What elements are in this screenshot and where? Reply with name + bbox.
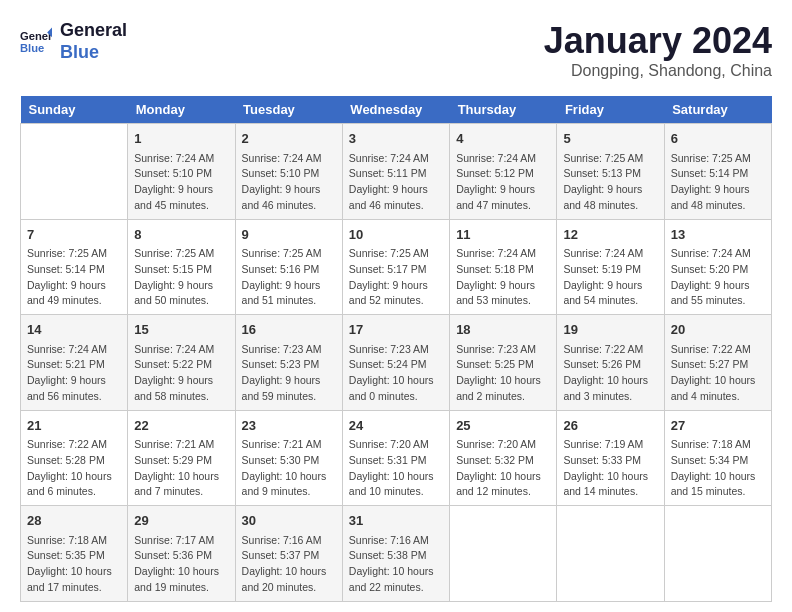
calendar-title: January 2024 — [544, 20, 772, 62]
calendar-cell: 15Sunrise: 7:24 AMSunset: 5:22 PMDayligh… — [128, 315, 235, 411]
day-info: Sunrise: 7:21 AMSunset: 5:29 PMDaylight:… — [134, 437, 228, 500]
day-number: 11 — [456, 225, 550, 245]
col-header-monday: Monday — [128, 96, 235, 124]
day-number: 6 — [671, 129, 765, 149]
calendar-cell: 24Sunrise: 7:20 AMSunset: 5:31 PMDayligh… — [342, 410, 449, 506]
day-info: Sunrise: 7:21 AMSunset: 5:30 PMDaylight:… — [242, 437, 336, 500]
day-info: Sunrise: 7:18 AMSunset: 5:35 PMDaylight:… — [27, 533, 121, 596]
col-header-sunday: Sunday — [21, 96, 128, 124]
calendar-cell — [21, 124, 128, 220]
day-number: 23 — [242, 416, 336, 436]
day-info: Sunrise: 7:24 AMSunset: 5:21 PMDaylight:… — [27, 342, 121, 405]
day-info: Sunrise: 7:22 AMSunset: 5:26 PMDaylight:… — [563, 342, 657, 405]
calendar-table: SundayMondayTuesdayWednesdayThursdayFrid… — [20, 96, 772, 602]
day-number: 8 — [134, 225, 228, 245]
calendar-cell: 26Sunrise: 7:19 AMSunset: 5:33 PMDayligh… — [557, 410, 664, 506]
day-number: 10 — [349, 225, 443, 245]
calendar-cell: 10Sunrise: 7:25 AMSunset: 5:17 PMDayligh… — [342, 219, 449, 315]
calendar-cell: 12Sunrise: 7:24 AMSunset: 5:19 PMDayligh… — [557, 219, 664, 315]
day-number: 14 — [27, 320, 121, 340]
calendar-cell: 1Sunrise: 7:24 AMSunset: 5:10 PMDaylight… — [128, 124, 235, 220]
day-info: Sunrise: 7:25 AMSunset: 5:13 PMDaylight:… — [563, 151, 657, 214]
calendar-cell: 19Sunrise: 7:22 AMSunset: 5:26 PMDayligh… — [557, 315, 664, 411]
logo: General Blue General Blue — [20, 20, 127, 63]
day-number: 29 — [134, 511, 228, 531]
col-header-friday: Friday — [557, 96, 664, 124]
day-number: 13 — [671, 225, 765, 245]
calendar-cell: 9Sunrise: 7:25 AMSunset: 5:16 PMDaylight… — [235, 219, 342, 315]
calendar-week-4: 21Sunrise: 7:22 AMSunset: 5:28 PMDayligh… — [21, 410, 772, 506]
day-info: Sunrise: 7:23 AMSunset: 5:23 PMDaylight:… — [242, 342, 336, 405]
page-header: General Blue General Blue January 2024 D… — [20, 20, 772, 80]
calendar-cell: 11Sunrise: 7:24 AMSunset: 5:18 PMDayligh… — [450, 219, 557, 315]
day-number: 2 — [242, 129, 336, 149]
col-header-saturday: Saturday — [664, 96, 771, 124]
calendar-cell: 8Sunrise: 7:25 AMSunset: 5:15 PMDaylight… — [128, 219, 235, 315]
calendar-cell: 21Sunrise: 7:22 AMSunset: 5:28 PMDayligh… — [21, 410, 128, 506]
calendar-cell: 2Sunrise: 7:24 AMSunset: 5:10 PMDaylight… — [235, 124, 342, 220]
calendar-week-3: 14Sunrise: 7:24 AMSunset: 5:21 PMDayligh… — [21, 315, 772, 411]
day-info: Sunrise: 7:16 AMSunset: 5:37 PMDaylight:… — [242, 533, 336, 596]
day-number: 4 — [456, 129, 550, 149]
day-info: Sunrise: 7:24 AMSunset: 5:11 PMDaylight:… — [349, 151, 443, 214]
day-info: Sunrise: 7:24 AMSunset: 5:18 PMDaylight:… — [456, 246, 550, 309]
calendar-week-5: 28Sunrise: 7:18 AMSunset: 5:35 PMDayligh… — [21, 506, 772, 602]
calendar-cell: 22Sunrise: 7:21 AMSunset: 5:29 PMDayligh… — [128, 410, 235, 506]
day-info: Sunrise: 7:24 AMSunset: 5:10 PMDaylight:… — [242, 151, 336, 214]
col-header-wednesday: Wednesday — [342, 96, 449, 124]
day-info: Sunrise: 7:19 AMSunset: 5:33 PMDaylight:… — [563, 437, 657, 500]
logo-text-line1: General — [60, 20, 127, 42]
day-number: 28 — [27, 511, 121, 531]
calendar-cell — [450, 506, 557, 602]
calendar-cell: 4Sunrise: 7:24 AMSunset: 5:12 PMDaylight… — [450, 124, 557, 220]
day-info: Sunrise: 7:24 AMSunset: 5:22 PMDaylight:… — [134, 342, 228, 405]
calendar-cell: 30Sunrise: 7:16 AMSunset: 5:37 PMDayligh… — [235, 506, 342, 602]
day-number: 15 — [134, 320, 228, 340]
day-info: Sunrise: 7:22 AMSunset: 5:28 PMDaylight:… — [27, 437, 121, 500]
calendar-week-2: 7Sunrise: 7:25 AMSunset: 5:14 PMDaylight… — [21, 219, 772, 315]
day-info: Sunrise: 7:25 AMSunset: 5:15 PMDaylight:… — [134, 246, 228, 309]
title-block: January 2024 Dongping, Shandong, China — [544, 20, 772, 80]
day-info: Sunrise: 7:20 AMSunset: 5:31 PMDaylight:… — [349, 437, 443, 500]
calendar-cell: 7Sunrise: 7:25 AMSunset: 5:14 PMDaylight… — [21, 219, 128, 315]
calendar-cell: 31Sunrise: 7:16 AMSunset: 5:38 PMDayligh… — [342, 506, 449, 602]
day-number: 18 — [456, 320, 550, 340]
day-number: 27 — [671, 416, 765, 436]
day-number: 25 — [456, 416, 550, 436]
day-info: Sunrise: 7:23 AMSunset: 5:24 PMDaylight:… — [349, 342, 443, 405]
day-number: 21 — [27, 416, 121, 436]
calendar-cell: 23Sunrise: 7:21 AMSunset: 5:30 PMDayligh… — [235, 410, 342, 506]
day-info: Sunrise: 7:24 AMSunset: 5:20 PMDaylight:… — [671, 246, 765, 309]
day-info: Sunrise: 7:25 AMSunset: 5:14 PMDaylight:… — [27, 246, 121, 309]
day-info: Sunrise: 7:22 AMSunset: 5:27 PMDaylight:… — [671, 342, 765, 405]
calendar-cell: 20Sunrise: 7:22 AMSunset: 5:27 PMDayligh… — [664, 315, 771, 411]
calendar-cell: 25Sunrise: 7:20 AMSunset: 5:32 PMDayligh… — [450, 410, 557, 506]
day-info: Sunrise: 7:18 AMSunset: 5:34 PMDaylight:… — [671, 437, 765, 500]
day-number: 19 — [563, 320, 657, 340]
day-info: Sunrise: 7:25 AMSunset: 5:16 PMDaylight:… — [242, 246, 336, 309]
day-info: Sunrise: 7:25 AMSunset: 5:17 PMDaylight:… — [349, 246, 443, 309]
calendar-cell — [664, 506, 771, 602]
calendar-cell: 14Sunrise: 7:24 AMSunset: 5:21 PMDayligh… — [21, 315, 128, 411]
calendar-cell: 13Sunrise: 7:24 AMSunset: 5:20 PMDayligh… — [664, 219, 771, 315]
calendar-cell — [557, 506, 664, 602]
svg-text:Blue: Blue — [20, 41, 44, 53]
day-info: Sunrise: 7:25 AMSunset: 5:14 PMDaylight:… — [671, 151, 765, 214]
calendar-week-1: 1Sunrise: 7:24 AMSunset: 5:10 PMDaylight… — [21, 124, 772, 220]
calendar-cell: 16Sunrise: 7:23 AMSunset: 5:23 PMDayligh… — [235, 315, 342, 411]
calendar-cell: 17Sunrise: 7:23 AMSunset: 5:24 PMDayligh… — [342, 315, 449, 411]
day-number: 5 — [563, 129, 657, 149]
logo-icon: General Blue — [20, 26, 52, 58]
day-info: Sunrise: 7:17 AMSunset: 5:36 PMDaylight:… — [134, 533, 228, 596]
calendar-cell: 27Sunrise: 7:18 AMSunset: 5:34 PMDayligh… — [664, 410, 771, 506]
day-info: Sunrise: 7:24 AMSunset: 5:19 PMDaylight:… — [563, 246, 657, 309]
calendar-cell: 6Sunrise: 7:25 AMSunset: 5:14 PMDaylight… — [664, 124, 771, 220]
header-row: SundayMondayTuesdayWednesdayThursdayFrid… — [21, 96, 772, 124]
day-number: 12 — [563, 225, 657, 245]
day-info: Sunrise: 7:24 AMSunset: 5:10 PMDaylight:… — [134, 151, 228, 214]
calendar-subtitle: Dongping, Shandong, China — [544, 62, 772, 80]
day-number: 22 — [134, 416, 228, 436]
calendar-cell: 3Sunrise: 7:24 AMSunset: 5:11 PMDaylight… — [342, 124, 449, 220]
col-header-thursday: Thursday — [450, 96, 557, 124]
day-info: Sunrise: 7:24 AMSunset: 5:12 PMDaylight:… — [456, 151, 550, 214]
